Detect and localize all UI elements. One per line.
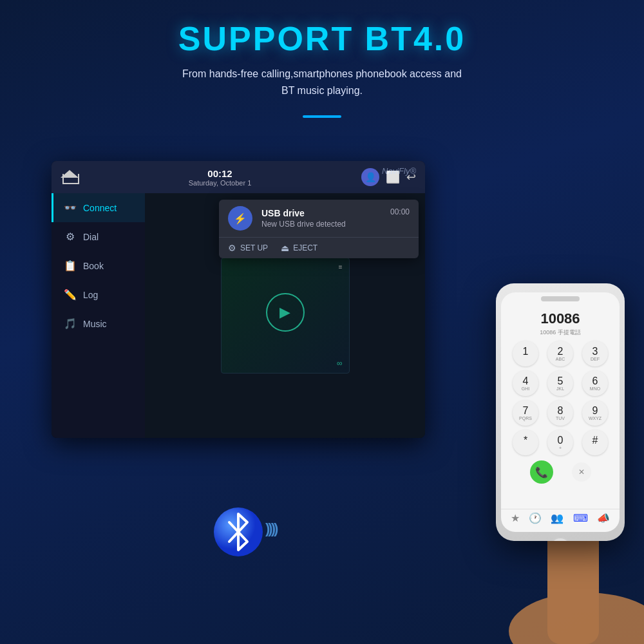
sidebar-item-log[interactable]: ✏️ Log (52, 280, 145, 309)
phone-nav-contacts[interactable]: 👥 (551, 512, 564, 524)
sidebar-item-book[interactable]: 📋 Book (52, 251, 145, 280)
sidebar-item-music[interactable]: 🎵 Music (52, 309, 145, 338)
phone-nav-favorites[interactable]: ★ (511, 512, 520, 524)
user-avatar[interactable]: 👤 (361, 168, 379, 186)
notification-subtitle: New USB drive detected (261, 220, 381, 229)
bt-waves: )))) (265, 520, 276, 537)
dialer-label: 10086 手提電話 (507, 328, 613, 337)
phone-mockup: 10086 10086 手提電話 1 2 ABC 3 DEF (470, 283, 644, 618)
phone-nav-voicemail[interactable]: 📣 (597, 512, 610, 524)
notification-actions: ⚙ SET UP ⏏ EJECT (219, 237, 419, 258)
dial-key-7[interactable]: 7 PQRS (513, 400, 538, 426)
car-screen: NaviFly® 00:12 Saturday, October 1 👤 ⬜ ↩… (52, 161, 425, 438)
dial-key-0[interactable]: 0 + (547, 430, 573, 455)
usb-icon: ⚡ (228, 206, 252, 231)
status-bar-center: 00:12 Saturday, October 1 (189, 168, 252, 187)
notification-time: 00:00 (390, 207, 410, 216)
bluetooth-container: )))) (213, 506, 264, 560)
phone-screen: 10086 10086 手提電話 1 2 ABC 3 DEF (501, 292, 620, 532)
sidebar-connect-label: Connect (83, 203, 117, 213)
setup-label: SET UP (240, 243, 268, 252)
setup-button[interactable]: ⚙ SET UP (228, 243, 268, 253)
dialer-number: 10086 (507, 307, 613, 328)
home-icon[interactable] (61, 170, 79, 184)
page-header: SUPPORT BT4.0 From hands-free calling,sm… (0, 0, 644, 105)
call-button[interactable]: 📞 (530, 460, 553, 484)
navifly-brand: NaviFly® (382, 166, 416, 176)
phone-home-button[interactable] (549, 537, 571, 541)
dial-key-8[interactable]: 8 TUV (547, 400, 573, 426)
phone-dialer: 10086 10086 手提電話 1 2 ABC 3 DEF (501, 304, 620, 486)
media-player: ▶ ∞ ≡ (221, 258, 350, 374)
bluetooth-icon (213, 506, 264, 558)
sidebar-item-connect[interactable]: 👓 Connect (52, 193, 145, 222)
dial-key-4[interactable]: 4 GHI (513, 370, 538, 396)
dial-key-star[interactable]: * (513, 430, 538, 455)
status-bar-left (61, 170, 79, 184)
status-bar: 00:12 Saturday, October 1 👤 ⬜ ↩ (52, 161, 425, 193)
notification-title: USB drive (261, 208, 381, 218)
dial-key-2[interactable]: 2 ABC (547, 341, 573, 366)
media-bars-icon: ≡ (339, 263, 343, 270)
sidebar-dial-label: Dial (83, 232, 99, 242)
page-title: SUPPORT BT4.0 (13, 19, 631, 58)
end-button[interactable]: ✕ (572, 462, 591, 482)
page-subtitle: From hands-free calling,smartphones phon… (13, 66, 631, 99)
section-divider (303, 115, 341, 118)
setup-icon: ⚙ (228, 243, 236, 253)
notification-text: USB drive New USB drive detected (261, 208, 381, 229)
status-time: 00:12 (189, 168, 252, 179)
eject-button[interactable]: ⏏ EJECT (281, 243, 317, 253)
phone-notch (541, 296, 580, 301)
sidebar-music-label: Music (83, 319, 107, 329)
connect-icon: 👓 (64, 202, 77, 214)
book-icon: 📋 (64, 260, 77, 272)
sidebar-item-dial[interactable]: ⚙ Dial (52, 222, 145, 251)
dial-key-3[interactable]: 3 DEF (582, 341, 608, 366)
usb-notification: ⚡ USB drive New USB drive detected 00:00… (219, 200, 419, 258)
dial-key-5[interactable]: 5 JKL (547, 370, 573, 396)
dial-key-6[interactable]: 6 MNO (582, 370, 608, 396)
status-date: Saturday, October 1 (189, 179, 252, 187)
log-icon: ✏️ (64, 289, 77, 301)
dial-grid: 1 2 ABC 3 DEF 4 GHI (507, 341, 613, 455)
music-icon: 🎵 (64, 317, 77, 330)
notification-header: ⚡ USB drive New USB drive detected 00:00 (219, 200, 419, 237)
sidebar-log-label: Log (83, 290, 98, 300)
eject-icon: ⏏ (281, 243, 289, 253)
eject-label: EJECT (293, 243, 317, 252)
phone-nav-recents[interactable]: 🕐 (529, 512, 542, 524)
phone-body: 10086 10086 手提電話 1 2 ABC 3 DEF (496, 283, 625, 541)
dial-icon: ⚙ (64, 231, 77, 243)
play-button[interactable]: ▶ (266, 293, 305, 332)
dial-key-9[interactable]: 9 WXYZ (582, 400, 608, 426)
dial-key-1[interactable]: 1 (513, 341, 538, 366)
sidebar-book-label: Book (83, 261, 104, 271)
sidebar: 👓 Connect ⚙ Dial 📋 Book ✏️ Log 🎵 Music (52, 193, 145, 438)
media-info-icon: ∞ (337, 359, 343, 368)
phone-nav-keypad[interactable]: ⌨ (573, 512, 588, 524)
phone-bottom-nav: ★ 🕐 👥 ⌨ 📣 (501, 509, 620, 527)
dial-key-hash[interactable]: # (582, 430, 608, 455)
